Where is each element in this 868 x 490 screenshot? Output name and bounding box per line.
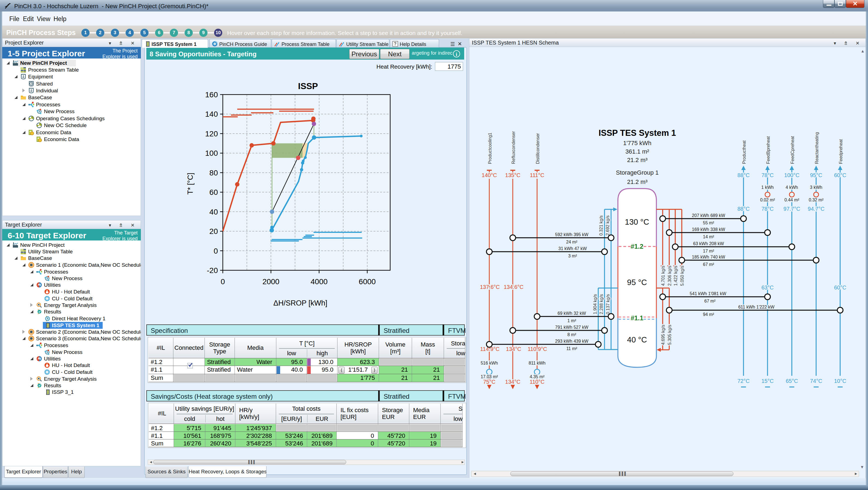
- svg-text:Feedpreheat: Feedpreheat: [838, 139, 843, 164]
- svg-text:140: 140: [205, 110, 218, 118]
- svg-text:74°C: 74°C: [810, 378, 823, 384]
- svg-text:24 m²: 24 m²: [566, 240, 578, 244]
- svg-text:5.050 kg/s: 5.050 kg/s: [680, 266, 684, 286]
- svg-text:1.422 kg/s: 1.422 kg/s: [673, 266, 678, 286]
- svg-text:55 m²: 55 m²: [703, 221, 715, 225]
- svg-text:110.9°C: 110.9°C: [528, 346, 547, 352]
- svg-text:63°C: 63°C: [762, 285, 774, 290]
- svg-text:134.6°C: 134.6°C: [504, 284, 524, 290]
- svg-text:Productcooling1: Productcooling1: [488, 133, 492, 164]
- svg-text:5.305 kg/s: 5.305 kg/s: [667, 325, 672, 345]
- svg-text:88°C: 88°C: [738, 172, 750, 178]
- svg-text:60°C: 60°C: [834, 172, 846, 178]
- svg-text:88°C: 88°C: [738, 206, 750, 212]
- svg-text:X: X: [21, 249, 23, 252]
- svg-text:0: 0: [214, 247, 218, 255]
- svg-text:65°C: 65°C: [786, 378, 798, 384]
- svg-text:T* [°C]: T* [°C]: [186, 173, 194, 195]
- svg-text:#1.1: #1.1: [631, 314, 644, 322]
- svg-text:135°C: 135°C: [505, 172, 520, 178]
- svg-text:2.306 kg/s: 2.306 kg/s: [667, 266, 672, 286]
- svg-text:3 kWh: 3 kWh: [810, 185, 822, 190]
- svg-text:4 kWh: 4 kWh: [785, 185, 798, 190]
- svg-text:?: ?: [394, 41, 397, 46]
- svg-text:#1.2: #1.2: [631, 243, 644, 250]
- svg-text:137.6°C: 137.6°C: [480, 284, 500, 290]
- svg-text:-20: -20: [207, 266, 218, 275]
- svg-text:69 kWh 32 kW: 69 kWh 32 kW: [558, 311, 586, 316]
- svg-text:4.701 kg/s: 4.701 kg/s: [661, 266, 665, 286]
- svg-text:0.02 m²: 0.02 m²: [760, 198, 775, 202]
- svg-text:169 kWh 338 kW: 169 kWh 338 kW: [692, 227, 725, 232]
- svg-text:0.32 m²: 0.32 m²: [809, 198, 824, 202]
- svg-text:592 kWh 395 kW: 592 kWh 395 kW: [555, 232, 589, 237]
- svg-text:14 m²: 14 m²: [703, 234, 715, 239]
- svg-text:100°C: 100°C: [784, 172, 800, 178]
- svg-text:160: 160: [205, 90, 218, 99]
- svg-text:72°C: 72°C: [738, 378, 750, 384]
- svg-text:63 kWh 208 kW: 63 kWh 208 kW: [693, 241, 724, 246]
- svg-text:207 kWh 689 kW: 207 kWh 689 kW: [692, 213, 725, 218]
- svg-text:ΔH/SROP [kWh]: ΔH/SROP [kWh]: [273, 299, 328, 307]
- svg-text:1.904 kg/s: 1.904 kg/s: [593, 294, 597, 314]
- svg-text:95 °C: 95 °C: [627, 278, 647, 287]
- svg-text:0.321 kg/s: 0.321 kg/s: [599, 215, 603, 236]
- svg-text:78°C: 78°C: [762, 206, 774, 212]
- svg-text:120: 120: [205, 129, 218, 138]
- svg-text:811 kWh: 811 kWh: [529, 361, 546, 365]
- svg-text:1 m²: 1 m²: [567, 318, 577, 323]
- svg-text:791 kWh 527 kW: 791 kWh 527 kW: [555, 325, 589, 329]
- svg-text:8 m²: 8 m²: [567, 332, 577, 337]
- svg-text:FeedCpreheat: FeedCpreheat: [790, 136, 795, 164]
- svg-text:293 kWh 439 kW: 293 kWh 439 kW: [555, 339, 589, 344]
- svg-text:1 kWh: 1 kWh: [761, 185, 774, 190]
- svg-text:21.2 m³: 21.2 m³: [627, 178, 648, 185]
- svg-text:4.35 m²: 4.35 m²: [530, 374, 545, 379]
- svg-text:134°C: 134°C: [506, 346, 521, 352]
- svg-text:80: 80: [210, 169, 218, 177]
- svg-text:60: 60: [210, 188, 218, 197]
- svg-text:516 kWh: 516 kWh: [480, 361, 498, 365]
- svg-text:140°C: 140°C: [482, 172, 497, 178]
- svg-text:31 kWh 47 kW: 31 kWh 47 kW: [558, 246, 587, 251]
- svg-text:10°C: 10°C: [834, 378, 846, 384]
- svg-text:2.692 kg/s: 2.692 kg/s: [605, 215, 610, 236]
- svg-text:40 °C: 40 °C: [627, 335, 647, 344]
- svg-text:611 kWh 1'222 kW: 611 kWh 1'222 kW: [738, 305, 775, 309]
- svg-text:134°C: 134°C: [505, 379, 520, 385]
- svg-text:94.7°C: 94.7°C: [808, 206, 824, 212]
- svg-text:110°C: 110°C: [530, 379, 545, 385]
- svg-text:17.03 m²: 17.03 m²: [480, 374, 498, 379]
- svg-text:95°C: 95°C: [810, 172, 823, 178]
- svg-text:FeedBpreheat: FeedBpreheat: [766, 136, 771, 164]
- svg-text:15°C: 15°C: [762, 378, 774, 384]
- svg-text:361.1 m²: 361.1 m²: [625, 148, 649, 155]
- svg-text:100: 100: [205, 149, 218, 157]
- svg-text:97.7°C: 97.7°C: [783, 206, 800, 212]
- svg-text:2000: 2000: [262, 278, 279, 286]
- svg-text:2.288 kg/s: 2.288 kg/s: [599, 294, 604, 314]
- svg-text:75°C: 75°C: [483, 379, 496, 385]
- svg-text:StorageGroup 1: StorageGroup 1: [616, 169, 659, 176]
- svg-text:20: 20: [210, 227, 218, 236]
- svg-text:60°C: 60°C: [834, 285, 846, 290]
- svg-text:130 °C: 130 °C: [625, 218, 649, 226]
- svg-text:0: 0: [221, 278, 225, 286]
- svg-text:ISSP: ISSP: [298, 81, 318, 91]
- svg-text:94 m²: 94 m²: [703, 312, 715, 317]
- svg-text:Distillcondenser: Distillcondenser: [535, 133, 540, 164]
- svg-text:185 kWh 740 kW: 185 kWh 740 kW: [692, 255, 725, 259]
- svg-text:0.137 kg/s: 0.137 kg/s: [606, 294, 610, 314]
- svg-text:6000: 6000: [359, 278, 376, 286]
- svg-text:ISSP TES System 1: ISSP TES System 1: [598, 128, 676, 138]
- svg-text:3 m²: 3 m²: [568, 254, 577, 258]
- svg-text:11 m²: 11 m²: [566, 346, 577, 351]
- svg-text:21.2 m³: 21.2 m³: [627, 156, 648, 164]
- svg-text:17 m²: 17 m²: [703, 249, 715, 253]
- svg-text:Productheat: Productheat: [742, 140, 746, 164]
- svg-text:1'775 kWh: 1'775 kWh: [623, 140, 651, 146]
- svg-text:40: 40: [210, 208, 218, 216]
- svg-text:67 m²: 67 m²: [705, 299, 716, 304]
- svg-text:67 m²: 67 m²: [703, 262, 715, 267]
- svg-text:4.695 kg/s: 4.695 kg/s: [661, 325, 665, 345]
